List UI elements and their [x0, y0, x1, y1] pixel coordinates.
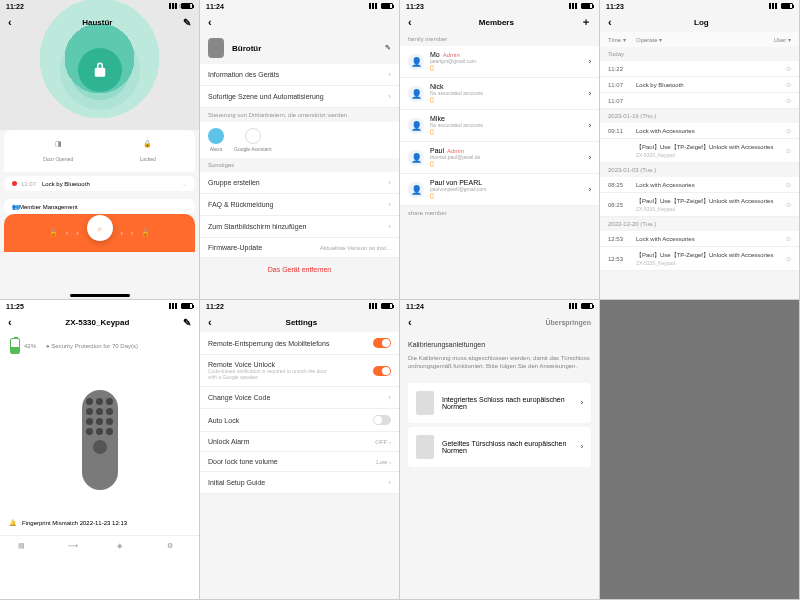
- lock-icon: [91, 61, 109, 79]
- event-row[interactable]: 11:07 Lock by Bluetooth ⌄: [4, 176, 195, 191]
- log-row[interactable]: 【Paul】Use【TP-Zeigef】Unlock with Accessor…: [600, 139, 799, 163]
- chevron-right-icon: ›: [589, 90, 591, 97]
- log-row[interactable]: 08:25Lock with Accessories⊙: [600, 177, 799, 193]
- row-group[interactable]: Gruppe erstellen›: [200, 172, 399, 194]
- empty-cell: [600, 300, 800, 600]
- home-indicator[interactable]: [70, 294, 130, 297]
- settings-row[interactable]: Door lock tone volumeLow ›: [200, 452, 399, 472]
- screen-settings: 11:22 ‹Settings Remote-Entsperrung des M…: [200, 300, 400, 600]
- col-user[interactable]: User ▾: [774, 36, 791, 43]
- log-row[interactable]: 12:53Lock with Accessories⊙: [600, 231, 799, 247]
- toggle[interactable]: [373, 415, 391, 425]
- col-operate[interactable]: Operate ▾: [636, 36, 774, 43]
- log-date: 2022-12-20 (Tue.): [600, 217, 799, 231]
- member-row[interactable]: 👤MikeNo associated accounts▯›: [400, 110, 599, 142]
- bell-icon: 🔔: [9, 519, 16, 526]
- lock-button[interactable]: [78, 48, 122, 92]
- battery-pct: 42%: [24, 343, 36, 349]
- row-homescreen[interactable]: Zum Startbildschirm hinzufügen›: [200, 216, 399, 238]
- avatar-icon: 👤: [408, 54, 424, 70]
- voice-alexa[interactable]: Alexa: [208, 128, 224, 152]
- key-button[interactable]: ⌕: [87, 215, 113, 241]
- settings-row[interactable]: Remote Voice UnlockCode-based verificati…: [200, 355, 399, 387]
- member-mgmt-row[interactable]: 👥Member Management: [4, 199, 195, 214]
- log-row[interactable]: 12:53【Paul】Use【TP-Zeigef】Unlock with Acc…: [600, 247, 799, 271]
- status-time: 11:22: [6, 3, 24, 10]
- voice-google[interactable]: Google Assistant: [234, 128, 272, 152]
- screen-keypad: 11:25 ‹ZX-5330_Keypad✎ 42% ● Security Pr…: [0, 300, 200, 600]
- add-button[interactable]: ＋: [581, 15, 591, 29]
- member-row[interactable]: 👤PaulAdminthomas.paul@pearl.de▯›: [400, 142, 599, 174]
- chevron-right-icon: ›: [589, 58, 591, 65]
- settings-row[interactable]: Unlock AlarmOFF ›: [200, 432, 399, 452]
- bottom-tabs: ▤ ⟿ ◈ ⚙: [0, 535, 199, 562]
- lock-icon: [416, 391, 434, 415]
- log-row[interactable]: 11:07⊙: [600, 93, 799, 109]
- avatar-icon: 👤: [408, 86, 424, 102]
- edit-button[interactable]: ✎: [183, 17, 191, 28]
- chevron-down-icon: ⌄: [182, 180, 187, 187]
- col-time[interactable]: Time ▾: [608, 36, 636, 43]
- avatar-icon: 👤: [408, 182, 424, 198]
- toggle[interactable]: [373, 366, 391, 376]
- toggle[interactable]: [373, 338, 391, 348]
- log-row[interactable]: 09:11Lock with Accessories⊙: [600, 123, 799, 139]
- row-faq[interactable]: FAQ & Rückmeldung›: [200, 194, 399, 216]
- avatar-icon: 👤: [408, 118, 424, 134]
- screen-log: 11:23 ‹Log Time ▾ Operate ▾ User ▾ Today…: [600, 0, 800, 300]
- edit-button[interactable]: ✎: [385, 44, 391, 52]
- battery-icon: [381, 3, 393, 9]
- row-scenes[interactable]: Sofortige Szene und Automatisierung›: [200, 86, 399, 108]
- battery-icon: [10, 338, 20, 354]
- signal-icon: [369, 3, 379, 9]
- chevron-right-icon: ›: [589, 186, 591, 193]
- member-row[interactable]: 👤MoAdminpearlgm@gmail.com▯›: [400, 46, 599, 78]
- tab-records[interactable]: ▤: [18, 542, 32, 556]
- option-split-lock[interactable]: Geteiltes Türschloss nach europäischen N…: [408, 427, 591, 467]
- log-header: Time ▾ Operate ▾ User ▾: [600, 32, 799, 47]
- signal-icon: [169, 3, 179, 9]
- state-locked: 🔒Locked: [140, 140, 156, 162]
- remove-device-button[interactable]: Das Gerät entfernen: [200, 258, 399, 281]
- member-row[interactable]: 👤Paul von PEARLpaulvonpearl@gmail.com▯›: [400, 174, 599, 206]
- settings-row[interactable]: Initial Setup Guide›: [200, 472, 399, 494]
- edit-button[interactable]: ✎: [183, 317, 191, 328]
- member-row[interactable]: 👤NickNo associated accounts▯›: [400, 78, 599, 110]
- settings-row[interactable]: Change Voice Code›: [200, 387, 399, 409]
- event-row[interactable]: 🔔 Fingerprint Mismatch 2022-11-23 12:13: [4, 514, 195, 531]
- row-device-info[interactable]: Information des Geräts›: [200, 64, 399, 86]
- unlock-icon: 🔓: [49, 229, 58, 237]
- section-family: family member: [400, 32, 599, 46]
- screen-members: 11:23 ‹Members＋ family member 👤MoAdminpe…: [400, 0, 600, 300]
- log-row[interactable]: 08:25【Paul】Use【TP-Zeigef】Unlock with Acc…: [600, 193, 799, 217]
- fingerprint-icon: [93, 440, 107, 454]
- tab-key[interactable]: ⟿: [68, 542, 82, 556]
- status-bar: 11:24: [200, 0, 399, 12]
- section-voice: Steuerung von Drittanbietern, die unters…: [200, 108, 399, 122]
- battery-icon: [181, 3, 193, 9]
- status-bar: 11:22: [0, 0, 199, 12]
- avatar-icon: 👤: [408, 150, 424, 166]
- log-date: 2023-01-03 (Tue.): [600, 163, 799, 177]
- screen-calibration: 11:24 ‹Überspringen Kalibrierungsanleitu…: [400, 300, 600, 600]
- back-button[interactable]: ‹: [408, 316, 412, 328]
- settings-row[interactable]: Remote-Entsperrung des Mobiltelefons: [200, 332, 399, 355]
- chevron-right-icon: ›: [581, 443, 583, 450]
- settings-row[interactable]: Auto Lock: [200, 409, 399, 432]
- log-row[interactable]: 11:22⊙: [600, 61, 799, 77]
- skip-button[interactable]: Überspringen: [545, 319, 591, 326]
- lock-icon: 🔓: [141, 229, 150, 237]
- row-firmware[interactable]: Firmware-UpdateAktuellste Version ist in…: [200, 238, 399, 258]
- option-integrated-lock[interactable]: Integriertes Schloss nach europäischen N…: [408, 383, 591, 423]
- device-icon: [208, 38, 224, 58]
- back-button[interactable]: ‹: [208, 16, 212, 28]
- section-share: share member: [400, 206, 599, 220]
- page-title: Settings: [212, 318, 391, 327]
- security-text: ● Security Protection for 70 Day(s): [46, 343, 138, 349]
- log-row[interactable]: 11:07Lock by Bluetooth⊙: [600, 77, 799, 93]
- tab-settings[interactable]: ⚙: [167, 542, 181, 556]
- page-title: Haustür: [12, 18, 183, 27]
- log-date: 2023-01-19 (Thu.): [600, 109, 799, 123]
- unlock-slider[interactable]: 🔓 ‹‹ ⌕ ›› 🔓: [4, 214, 195, 252]
- tab-unlock[interactable]: ◈: [117, 542, 131, 556]
